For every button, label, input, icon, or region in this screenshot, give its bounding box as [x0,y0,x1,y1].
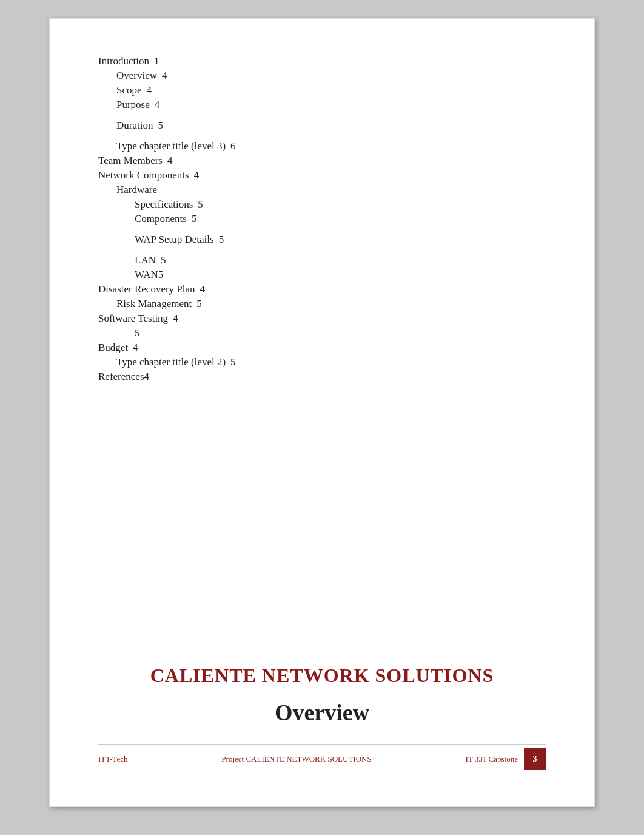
toc-entry-specifications: Specifications 5 [98,198,546,211]
toc-entry-overview: Overview 4 [98,70,546,82]
toc-entry-duration: Duration 5 [98,120,546,132]
toc-entry-budget: Budget 4 [98,342,546,354]
toc-label: Components [135,213,187,225]
section-overview-heading: Overview [98,699,546,726]
toc-page: 5 [198,198,203,211]
toc-label: Duration [116,120,153,132]
toc-label: Hardware [116,184,157,196]
toc-entry-team-members: Team Members 4 [98,155,546,167]
toc-page: 5 [161,254,166,266]
toc-label: Network Components [98,169,189,181]
toc-label: Introduction [98,55,149,67]
toc-entry-level3: Type chapter title (level 3) 6 [98,140,546,152]
toc-page: 5 [192,213,197,225]
footer-right-group: IT 331 Capstone 3 [466,748,546,770]
toc-entry-introduction: Introduction 1 [98,55,546,67]
toc-page: 6 [230,140,236,152]
toc-page: 4 [147,84,152,96]
footer-page-number: 3 [524,748,546,770]
toc-page: 1 [154,55,159,67]
toc-entry-risk-management: Risk Management 5 [98,298,546,310]
toc-page: 5 [219,234,224,246]
toc-label: Risk Management [116,298,192,310]
toc-page: 4 [155,99,160,111]
toc-label: Type chapter title (level 2) [116,356,226,368]
toc-entry-references: References4 [98,371,546,383]
toc-entry-lan: LAN 5 [98,254,546,266]
toc-page: 4 [162,70,167,82]
toc-label: Overview [116,70,157,82]
toc-page: 4 [200,283,206,296]
footer: ITT-Tech Project CALIENTE NETWORK SOLUTI… [98,744,546,770]
toc-label: Software Testing [98,313,168,325]
footer-left: ITT-Tech [98,754,127,764]
toc-label: References4 [98,371,149,383]
document-page: Introduction 1 Overview 4 Scope 4 Purpos… [49,18,595,807]
toc-entry-disaster-recovery: Disaster Recovery Plan 4 [98,283,546,296]
toc-label: 5 [135,327,140,339]
footer-center: Project CALIENTE NETWORK SOLUTIONS [127,754,465,764]
toc-entry-5: 5 [98,327,546,339]
company-section: CALIENTE NETWORK SOLUTIONS Overview [98,664,546,732]
toc-entry-components: Components 5 [98,213,546,225]
toc-page: 4 [194,169,200,181]
toc-label: WAN5 [135,269,163,281]
toc-page: 5 [196,298,202,310]
toc-entry-software-testing: Software Testing 4 [98,313,546,325]
toc-entry-network-components: Network Components 4 [98,169,546,181]
toc-label: Budget [98,342,128,354]
table-of-contents: Introduction 1 Overview 4 Scope 4 Purpos… [98,55,546,628]
toc-entry-hardware: Hardware [98,184,546,196]
toc-entry-wan: WAN5 [98,269,546,281]
toc-entry-level2: Type chapter title (level 2) 5 [98,356,546,368]
company-title: CALIENTE NETWORK SOLUTIONS [98,664,546,687]
toc-label: Team Members [98,155,163,167]
toc-label: Purpose [116,99,150,111]
toc-page: 5 [230,356,236,368]
toc-entry-scope: Scope 4 [98,84,546,96]
toc-label: WAP Setup Details [135,234,214,246]
toc-label: LAN [135,254,156,266]
toc-entry-wap: WAP Setup Details 5 [98,234,546,246]
footer-right: IT 331 Capstone [466,754,518,764]
toc-page: 5 [158,120,163,132]
toc-page: 4 [173,313,178,325]
toc-label: Specifications [135,198,193,211]
toc-label: Scope [116,84,142,96]
toc-page: 4 [167,155,173,167]
toc-label: Disaster Recovery Plan [98,283,195,296]
toc-entry-purpose: Purpose 4 [98,99,546,111]
toc-label: Type chapter title (level 3) [116,140,226,152]
toc-page: 4 [133,342,138,354]
